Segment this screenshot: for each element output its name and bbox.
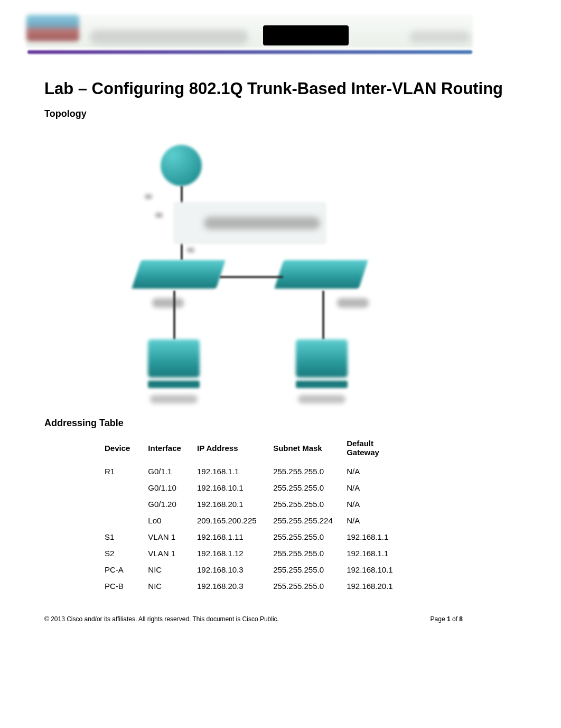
cell-gateway: N/A (341, 480, 412, 496)
col-mask-header: Subnet Mask (268, 435, 341, 463)
cell-mask: 255.255.255.0 (268, 578, 341, 594)
col-device-header: Device (99, 435, 143, 463)
cell-interface: NIC (143, 561, 192, 578)
interface-label (155, 213, 163, 218)
link-line (173, 291, 175, 339)
cell-ip: 192.168.1.1 (192, 463, 268, 480)
table-row: G0/1.20 192.168.20.1 255.255.255.0 N/A (99, 496, 412, 512)
pc-caption (150, 395, 198, 403)
header-redaction-box (263, 25, 349, 45)
cell-interface: G0/1.10 (143, 480, 192, 496)
header-right-text (409, 31, 470, 43)
link-line (322, 291, 324, 339)
cell-device: PC-A (99, 561, 143, 578)
pc-base (148, 381, 200, 388)
page-prefix: Page (431, 615, 447, 623)
cell-device (99, 496, 143, 512)
cell-interface: G0/1.1 (143, 463, 192, 480)
cell-ip: 209.165.200.225 (192, 512, 268, 529)
cell-interface: VLAN 1 (143, 545, 192, 561)
page-total: 8 (459, 615, 463, 623)
page-number: Page 1 of 8 (431, 615, 463, 623)
cell-device (99, 480, 143, 496)
cisco-logo (26, 15, 79, 41)
cell-gateway: 192.168.1.1 (341, 545, 412, 561)
table-row: S2 VLAN 1 192.168.1.12 255.255.255.0 192… (99, 545, 412, 561)
cell-ip: 192.168.20.1 (192, 496, 268, 512)
cell-device: S2 (99, 545, 143, 561)
pc-base (296, 381, 348, 388)
cell-gateway: N/A (341, 496, 412, 512)
page-current: 1 (447, 615, 451, 623)
page-footer: © 2013 Cisco and/or its affiliates. All … (44, 615, 463, 623)
table-row: PC-B NIC 192.168.20.3 255.255.255.0 192.… (99, 578, 412, 594)
cell-ip: 192.168.10.1 (192, 480, 268, 496)
col-ip-header: IP Address (192, 435, 268, 463)
header-underline (27, 50, 472, 54)
trunk-label-text (204, 217, 320, 229)
table-row: G0/1.10 192.168.10.1 255.255.255.0 N/A (99, 480, 412, 496)
cell-ip: 192.168.1.11 (192, 529, 268, 545)
col-interface-header: Interface (143, 435, 192, 463)
router-icon (161, 145, 202, 186)
page-sep: of (451, 615, 460, 623)
link-line (220, 276, 283, 278)
cell-interface: NIC (143, 578, 192, 594)
cell-ip: 192.168.20.3 (192, 578, 268, 594)
table-row: R1 G0/1.1 192.168.1.1 255.255.255.0 N/A (99, 463, 412, 480)
header-brand-text (90, 30, 248, 44)
cell-mask: 255.255.255.0 (268, 496, 341, 512)
pc-caption (298, 395, 345, 403)
switch-label (337, 298, 369, 308)
cell-interface: G0/1.20 (143, 496, 192, 512)
cell-mask: 255.255.255.224 (268, 512, 341, 529)
col-gateway-header: Default Gateway (341, 435, 412, 463)
table-row: Lo0 209.165.200.225 255.255.255.224 N/A (99, 512, 412, 529)
cell-mask: 255.255.255.0 (268, 529, 341, 545)
cell-ip: 192.168.10.3 (192, 561, 268, 578)
cell-gateway: N/A (341, 463, 412, 480)
cell-mask: 255.255.255.0 (268, 463, 341, 480)
switch-icon (132, 260, 226, 289)
pc-icon (148, 339, 200, 377)
switch-label (152, 298, 184, 308)
table-header-row: Device Interface IP Address Subnet Mask … (99, 435, 412, 463)
cell-gateway: 192.168.10.1 (341, 561, 412, 578)
cell-mask: 255.255.255.0 (268, 480, 341, 496)
cell-device: PC-B (99, 578, 143, 594)
page-title: Lab – Configuring 802.1Q Trunk-Based Int… (44, 79, 503, 98)
cell-interface: Lo0 (143, 512, 192, 529)
cell-mask: 255.255.255.0 (268, 545, 341, 561)
cell-device: R1 (99, 463, 143, 480)
table-row: S1 VLAN 1 192.168.1.11 255.255.255.0 192… (99, 529, 412, 545)
table-row: PC-A NIC 192.168.10.3 255.255.255.0 192.… (99, 561, 412, 578)
cell-device: S1 (99, 529, 143, 545)
cell-gateway: 192.168.20.1 (341, 578, 412, 594)
pc-icon (296, 339, 348, 377)
interface-label (145, 194, 152, 199)
cell-gateway: 192.168.1.1 (341, 529, 412, 545)
addressing-heading: Addressing Table (44, 418, 124, 429)
topology-heading: Topology (44, 108, 87, 119)
cell-ip: 192.168.1.12 (192, 545, 268, 561)
addressing-table: Device Interface IP Address Subnet Mask … (99, 435, 412, 594)
cell-interface: VLAN 1 (143, 529, 192, 545)
copyright-text: © 2013 Cisco and/or its affiliates. All … (44, 615, 279, 623)
cell-device (99, 512, 143, 529)
interface-label (187, 247, 194, 253)
topology-diagram (126, 133, 379, 405)
cell-mask: 255.255.255.0 (268, 561, 341, 578)
cell-gateway: N/A (341, 512, 412, 529)
switch-icon (274, 260, 368, 289)
